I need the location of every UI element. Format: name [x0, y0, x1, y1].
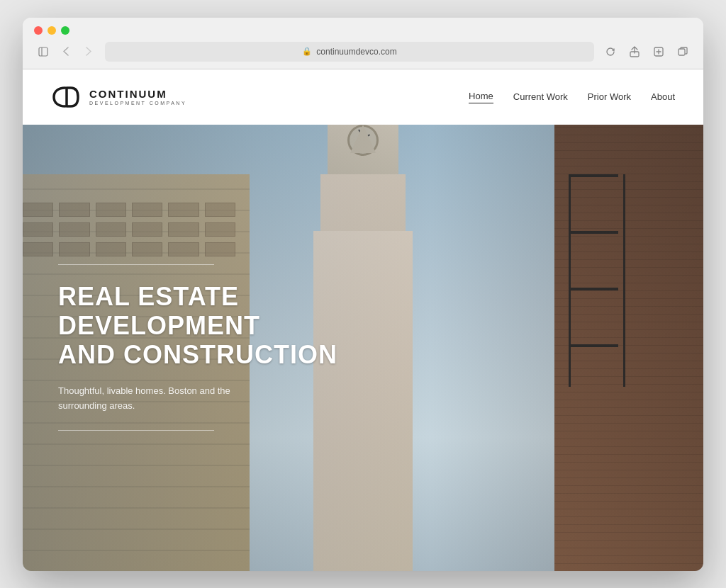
hero-content: REAL ESTATE DEVELOPMENT AND CONSTRUCTION… [23, 125, 397, 571]
nav-prior-work[interactable]: Prior Work [588, 91, 631, 102]
website-content: CONTINUUM DEVELOPMENT COMPANY Home Curre… [23, 69, 703, 571]
address-bar[interactable]: 🔒 continuumdevco.com [105, 42, 594, 62]
logo-company-name: CONTINUUM [89, 88, 186, 100]
hero-section: REAL ESTATE DEVELOPMENT AND CONSTRUCTION… [23, 125, 703, 571]
nav-current-work[interactable]: Current Work [513, 91, 568, 102]
browser-toolbar: 🔒 continuumdevco.com [34, 42, 692, 62]
site-header: CONTINUUM DEVELOPMENT COMPANY Home Curre… [23, 69, 703, 125]
nav-about[interactable]: About [651, 91, 675, 102]
nav-home[interactable]: Home [469, 91, 493, 103]
main-nav: Home Current Work Prior Work About [469, 91, 675, 103]
share-button[interactable] [625, 43, 644, 61]
new-tab-button[interactable] [649, 43, 668, 61]
logo-company-sub: DEVELOPMENT COMPANY [89, 101, 186, 106]
forward-button[interactable] [79, 43, 98, 61]
reload-button[interactable] [601, 43, 620, 61]
svg-rect-6 [678, 49, 685, 55]
logo-area: CONTINUUM DEVELOPMENT COMPANY [51, 82, 186, 112]
maximize-button[interactable] [61, 26, 69, 35]
url-text: continuumdevco.com [316, 47, 396, 57]
logo-text-block: CONTINUUM DEVELOPMENT COMPANY [89, 88, 186, 106]
logo-svg [51, 82, 81, 112]
back-button[interactable] [57, 43, 75, 61]
sidebar-icon [34, 43, 52, 61]
close-button[interactable] [34, 26, 43, 35]
minimize-button[interactable] [48, 26, 56, 35]
svg-rect-0 [39, 47, 48, 56]
hero-title: REAL ESTATE DEVELOPMENT AND CONSTRUCTION [58, 282, 362, 370]
browser-window: 🔒 continuumdevco.com [23, 18, 703, 571]
lock-icon: 🔒 [302, 47, 312, 56]
hero-bottom-line [58, 430, 214, 431]
browser-chrome: 🔒 continuumdevco.com [23, 18, 703, 69]
nav-buttons [34, 43, 98, 61]
toolbar-actions [601, 43, 692, 61]
windows-button[interactable] [674, 43, 692, 61]
traffic-lights [34, 26, 692, 35]
hero-top-line [58, 264, 214, 265]
hero-subtitle: Thoughtful, livable homes. Boston and th… [58, 384, 257, 414]
